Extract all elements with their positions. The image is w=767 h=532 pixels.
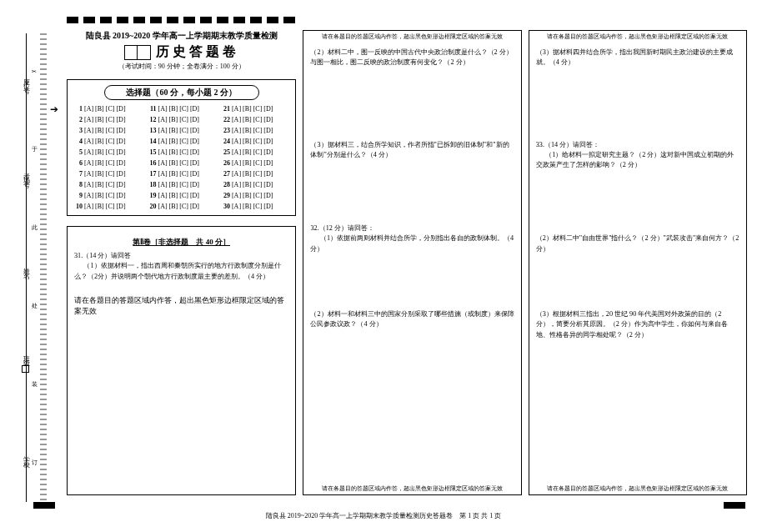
q31-3: （3）据材料三，结合所学知识，作者所指"已拆卸的旧体制"和"新的体制"分别是什么… [310,140,514,161]
arrow-icon: ➔ [50,103,58,116]
page-footer: 陆良县 2019~2020 学年高一上学期期末教学质量检测历史答题卷 第 1 页… [0,511,767,520]
mcq-cell[interactable]: 22 [A] [B] [C] [D] [218,114,292,125]
col3-panel: 请在各题目的答题区域内作答，超出黑色矩形边框限定区域的答案无效 （3）据材料四并… [529,30,747,495]
q33-1: （1）给材料一拟定研究主题？（2 分）这对新中国成立初期的外交政策产生了怎样的影… [536,150,739,171]
mcq-cell[interactable]: 10 [A] [B] [C] [D] [71,201,144,212]
partII-panel: 第Ⅱ卷［非选择题 共 40 分］ 31.（14 分）请回答 （1）依据材料一，指… [67,226,296,495]
perforation-line [40,33,47,502]
mcq-cell[interactable]: 5 [A] [B] [C] [D] [71,147,144,158]
page-columns: 陆良县 2019~2020 学年高一上学期期末教学质量检测 ➔ 历史答题卷 （考… [67,30,747,495]
q31-2: （2）材料二中，图一反映的中国古代中央政治制度是什么？（2 分）与图一相比，图二… [310,48,514,68]
panel-hint-top: 请在各题目的答题区域内作答，超出黑色矩形边框限定区域的答案无效 [303,33,520,41]
mcq-cell[interactable]: 23 [A] [B] [C] [D] [218,125,292,136]
mcq-title: 选择题（60 分，每小题 2 分） [104,85,259,100]
mcq-cell[interactable]: 28 [A] [B] [C] [D] [218,179,292,190]
school-exam-line: 陆良县 2019~2020 学年高一上学期期末教学质量检测 [67,30,296,42]
mcq-cell[interactable]: 17 [A] [B] [C] [D] [144,168,218,179]
paper-header: 陆良县 2019~2020 学年高一上学期期末教学质量检测 ➔ 历史答题卷 （考… [67,30,296,71]
id-boxes[interactable] [124,45,151,60]
column-3: 请在各题目的答题区域内作答，超出黑色矩形边框限定区域的答案无效 （3）据材料四并… [529,30,747,495]
perforation-chars: ✂ 于 此 处 装 订 [30,33,38,502]
mcq-cell[interactable]: 1 [A] [B] [C] [D] [71,103,144,114]
q31-4: （3）据材料四并结合所学，指出我国新时期民主政治建设的主要成就。（4 分） [536,48,739,68]
mcq-panel: 选择题（60 分，每小题 2 分） 1 [A] [B] [C] [D]11 [A… [67,79,296,216]
q32-head: 32.（12 分）请回答： [310,224,373,232]
mcq-cell[interactable]: 11 [A] [B] [C] [D] [144,103,218,114]
mcq-cell[interactable]: 29 [A] [B] [C] [D] [218,190,292,201]
mcq-cell[interactable]: 26 [A] [B] [C] [D] [218,158,292,168]
exam-time-line: （考试时间：90 分钟；全卷满分：100 分） [67,62,296,71]
column-1: 陆良县 2019~2020 学年高一上学期期末教学质量检测 ➔ 历史答题卷 （考… [67,30,296,495]
mcq-cell[interactable]: 8 [A] [B] [C] [D] [71,179,144,190]
mcq-cell[interactable]: 30 [A] [B] [C] [D] [218,201,292,212]
mcq-cell[interactable]: 20 [A] [B] [C] [D] [144,201,218,212]
mcq-cell[interactable]: 24 [A] [B] [C] [D] [218,136,292,147]
mcq-cell[interactable]: 4 [A] [B] [C] [D] [71,136,144,147]
q32-2: （2）材料一和材料三中的国家分别采取了哪些措施（或制度）来保障公民参政议政？（4… [310,309,514,330]
mcq-cell[interactable]: 16 [A] [B] [C] [D] [144,158,218,168]
panel-hint: 请在各题目的答题区域内作答，超出黑色矩形边框限定区域的答案无效 [529,484,746,493]
mcq-cell[interactable]: 13 [A] [B] [C] [D] [144,125,218,136]
mcq-cell[interactable]: 9 [A] [B] [C] [D] [71,190,144,201]
q33-head: 33.（14 分）请回答： [536,141,599,148]
q31-1: （1）依据材料一，指出西周和秦朝所实行的地方行政制度分别是什么？（2分）并说明两… [74,261,288,282]
mcq-cell[interactable]: 25 [A] [B] [C] [D] [218,147,292,158]
mcq-cell[interactable]: 15 [A] [B] [C] [D] [144,147,218,158]
mcq-grid: 1 [A] [B] [C] [D]11 [A] [B] [C] [D]21 [A… [71,103,292,212]
panel-hint: 请在各题目的答题区域内作答，超出黑色矩形边框限定区域的答案无效 [303,484,520,493]
q32-1: （1）依据前两则材料并结合所学，分别指出各自的政制体制。（4 分） [310,233,514,254]
q33-2: （2）材料二中"自由世界"指什么？（2 分）"武装攻击"来自何方？（2 分） [536,233,739,254]
mcq-cell[interactable]: 14 [A] [B] [C] [D] [144,136,218,147]
mcq-cell[interactable]: 21 [A] [B] [C] [D] [218,103,292,114]
binding-stub: ✂ 于 此 处 装 订 座位号 考场号 姓名 班级 学校 [5,33,45,502]
q33-3: （3）根据材料三指出，20 世纪 90 年代美国对外政策的目的（2 分），简要分… [536,309,739,340]
scissor-icon: ✂ [30,68,38,75]
panel-hint-top: 请在各题目的答题区域内作答，超出黑色矩形边框限定区域的答案无效 [529,33,746,41]
mcq-cell[interactable]: 3 [A] [B] [C] [D] [71,125,144,136]
align-mark-br [724,502,745,509]
column-2: 请在各题目的答题区域内作答，超出黑色矩形边框限定区域的答案无效 （2）材料二中，… [303,30,521,495]
mcq-cell[interactable]: 27 [A] [B] [C] [D] [218,168,292,179]
panel-hint: 请在各题目的答题区域内作答，超出黑色矩形边框限定区域的答案无效 [74,295,288,317]
align-mark-bl [33,502,55,509]
q33: 33.（14 分）请回答： （1）给材料一拟定研究主题？（2 分）这对新中国成立… [536,140,739,171]
q31-head: 31.（14 分）请回答 [74,252,131,259]
paper-title: 历史答题卷 [156,43,239,61]
q31: 31.（14 分）请回答 （1）依据材料一，指出西周和秦朝所实行的地方行政制度分… [74,251,288,282]
mcq-cell[interactable]: 18 [A] [B] [C] [D] [144,179,218,190]
mcq-cell[interactable]: 19 [A] [B] [C] [D] [144,190,218,201]
mcq-cell[interactable]: 6 [A] [B] [C] [D] [71,158,144,168]
mcq-cell[interactable]: 7 [A] [B] [C] [D] [71,168,144,179]
mcq-cell[interactable]: 2 [A] [B] [C] [D] [71,114,144,125]
partII-title: 第Ⅱ卷［非选择题 共 40 分］ [74,237,288,248]
top-alignment-marks [67,17,295,23]
col2-panel: 请在各题目的答题区域内作答，超出黑色矩形边框限定区域的答案无效 （2）材料二中，… [303,30,521,495]
mcq-cell[interactable]: 12 [A] [B] [C] [D] [144,114,218,125]
q32: 32.（12 分）请回答： （1）依据前两则材料并结合所学，分别指出各自的政制体… [310,223,514,254]
